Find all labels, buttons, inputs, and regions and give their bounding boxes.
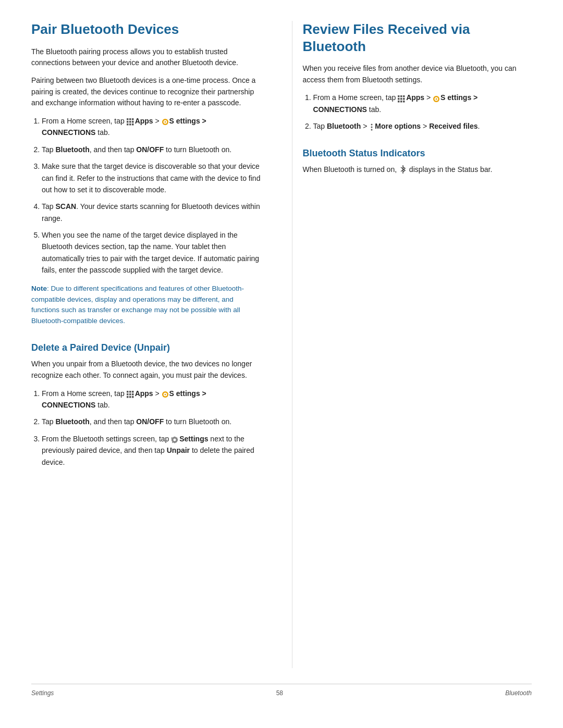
pair-step3-text: Make sure that the target device is disc… — [42, 162, 260, 194]
review-step-2: Tap Bluetooth > More options > Received … — [313, 120, 532, 132]
svg-rect-35 — [400, 95, 402, 97]
pair-step-3: Make sure that the target device is disc… — [42, 161, 261, 195]
delete-step-2: Tap Bluetooth, and then tap ON/OFF to tu… — [42, 416, 261, 427]
svg-point-47 — [371, 127, 373, 128]
apps-icon-delete1 — [127, 390, 134, 397]
svg-point-46 — [371, 124, 373, 126]
pair-step5-text: When you see the name of the target devi… — [42, 231, 259, 274]
svg-rect-15 — [127, 393, 129, 396]
review-files-title: Review Files Received via Bluetooth — [303, 21, 532, 55]
review-files-steps-list: From a Home screen, tap — [313, 92, 532, 132]
svg-rect-19 — [129, 396, 131, 398]
svg-point-23 — [164, 393, 166, 395]
delete-paired-title: Delete a Paired Device (Unpair) — [31, 342, 261, 353]
bt-status-text-post: displays in the Status bar. — [409, 165, 493, 174]
pair-step-5: When you see the name of the target devi… — [42, 229, 261, 276]
svg-rect-13 — [129, 391, 131, 393]
settings-icon-review1 — [433, 94, 440, 102]
bluetooth-status-icon — [400, 165, 406, 174]
gear-icon-delete3 — [171, 435, 178, 442]
pair-step-2: Tap Bluetooth, and then tap ON/OFF to tu… — [42, 144, 261, 155]
pair-intro-1: The Bluetooth pairing process allows you… — [31, 46, 261, 69]
settings-icon-pair1 — [162, 117, 169, 125]
apps-icon-review1 — [398, 94, 405, 102]
svg-rect-26 — [174, 437, 175, 438]
svg-rect-20 — [132, 396, 134, 398]
pair-step-1: From a Home screen, tap — [42, 115, 261, 139]
pair-steps-list: From a Home screen, tap — [42, 115, 261, 276]
svg-rect-18 — [127, 396, 129, 398]
bt-status-text-pre: When Bluetooth is turned on, — [303, 165, 399, 174]
svg-rect-2 — [132, 118, 134, 120]
svg-rect-40 — [398, 101, 400, 103]
svg-rect-29 — [177, 439, 178, 440]
svg-rect-12 — [127, 391, 129, 393]
page: Pair Bluetooth Devices The Bluetooth pai… — [0, 0, 563, 728]
apps-icon-pair1 — [127, 117, 134, 125]
bt-status-intro: When Bluetooth is turned on, displays in… — [303, 164, 532, 176]
delete-steps-list: From a Home screen, tap — [42, 388, 261, 468]
svg-rect-34 — [398, 95, 400, 97]
svg-rect-7 — [129, 124, 131, 126]
svg-rect-37 — [398, 98, 400, 100]
review-step-1: From a Home screen, tap — [313, 92, 532, 115]
page-footer: Settings 58 Bluetooth — [31, 684, 532, 697]
svg-rect-1 — [129, 118, 131, 120]
pair-note: Note: Due to different specifications an… — [31, 283, 261, 327]
footer-right-label: Bluetooth — [505, 689, 532, 697]
settings-icon-delete1 — [162, 390, 169, 397]
svg-rect-14 — [132, 391, 134, 393]
pair-bluetooth-title: Pair Bluetooth Devices — [31, 21, 261, 38]
svg-rect-38 — [400, 98, 402, 100]
bt-status-title: Bluetooth Status Indicators — [303, 148, 532, 159]
svg-point-45 — [436, 98, 437, 100]
main-columns: Pair Bluetooth Devices The Bluetooth pai… — [31, 21, 532, 668]
pair-intro-2: Pairing between two Bluetooth devices is… — [31, 75, 261, 109]
left-column: Pair Bluetooth Devices The Bluetooth pai… — [31, 21, 271, 668]
svg-rect-3 — [127, 121, 129, 123]
review-files-intro: When you receive files from another devi… — [303, 63, 532, 85]
pair-step1-text-pre: From a Home screen, tap — [42, 117, 127, 125]
note-label: Note — [31, 285, 47, 292]
footer-page-number: 58 — [276, 689, 283, 697]
svg-point-48 — [371, 129, 373, 131]
svg-rect-16 — [129, 393, 131, 396]
pair-step-4: Tap SCAN. Your device starts scanning fo… — [42, 201, 261, 224]
delete-step-3: From the Bluetooth settings screen, tap — [42, 433, 261, 468]
svg-rect-39 — [403, 98, 405, 100]
svg-rect-27 — [174, 442, 175, 443]
svg-rect-5 — [132, 121, 134, 123]
svg-rect-0 — [127, 118, 129, 120]
svg-rect-41 — [400, 101, 402, 103]
svg-rect-36 — [403, 95, 405, 97]
right-column: Review Files Received via Bluetooth When… — [292, 21, 532, 668]
svg-rect-17 — [132, 393, 134, 396]
footer-left-label: Settings — [31, 689, 54, 697]
delete-step-1: From a Home screen, tap — [42, 388, 261, 411]
svg-rect-42 — [403, 101, 405, 103]
svg-rect-4 — [129, 121, 131, 123]
delete-intro: When you unpair from a Bluetooth device,… — [31, 359, 261, 381]
svg-rect-6 — [127, 124, 129, 126]
svg-rect-28 — [172, 439, 173, 440]
svg-point-11 — [164, 121, 166, 123]
note-content: : Due to different specifications and fe… — [31, 285, 244, 325]
svg-rect-8 — [132, 124, 134, 126]
pair-step1-apps-label: Apps — [135, 117, 153, 125]
svg-point-25 — [174, 439, 176, 441]
more-options-icon-review2 — [369, 122, 374, 130]
